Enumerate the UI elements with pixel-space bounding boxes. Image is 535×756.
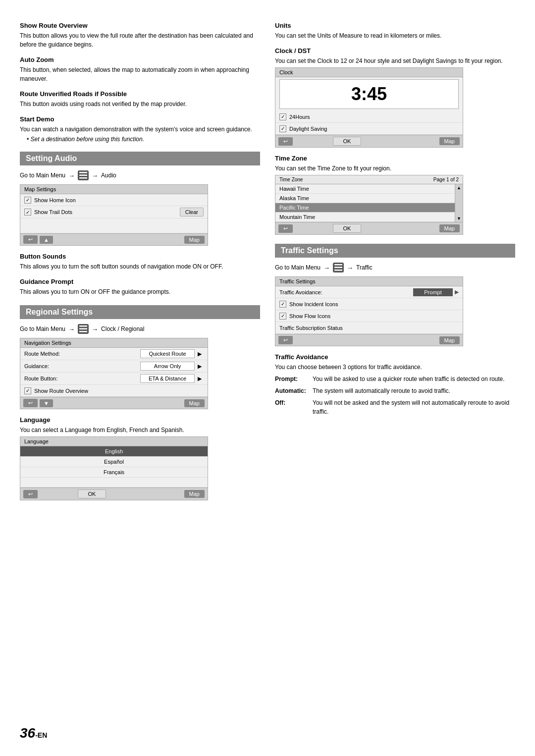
language-box-title: Language (20, 437, 208, 446)
left-column: Show Route Overview This button allows y… (20, 15, 260, 505)
route-method-arrow[interactable]: ▶ (196, 351, 204, 357)
regional-box-footer: ↩ ▼ Map (20, 397, 208, 409)
tz-scroll-down[interactable]: ▼ (457, 216, 461, 221)
ta-automatic-body: The system will automatically reroute to… (313, 386, 515, 395)
menu-icon (78, 170, 89, 180)
clock-box: Clock 3:45 ✓ 24Hours ✓ Daylight Saving ↩… (275, 67, 463, 148)
svg-rect-5 (79, 331, 87, 332)
route-button-arrow[interactable]: ▶ (196, 376, 204, 382)
time-zone-body: You can set the Time Zone to fit your re… (275, 164, 515, 173)
show-home-icon-checkbox[interactable]: ✓ (24, 197, 31, 204)
regional-down-button[interactable]: ▼ (40, 399, 53, 407)
map-settings-box: Map Settings ✓ Show Home Icon ✓ Show Tra… (20, 184, 208, 246)
show-incident-checkbox[interactable]: ✓ (279, 301, 286, 308)
language-body: You can select a Language from English, … (20, 426, 260, 434)
tz-mountain[interactable]: Mountain Time (275, 213, 455, 222)
svg-rect-4 (79, 328, 87, 330)
24hours-row: ✓ 24Hours (275, 111, 463, 123)
ta-automatic-row: Automatic: The system will automatically… (275, 386, 515, 395)
route-method-label: Route Method: (24, 351, 140, 357)
setting-audio-goto: Go to Main Menu → → Audio (20, 170, 260, 180)
show-route-overview-checkbox[interactable]: ✓ (24, 387, 31, 394)
svg-rect-1 (79, 175, 87, 176)
route-method-row: Route Method: Quickest Route ▶ (20, 348, 208, 360)
tz-scroll-up[interactable]: ▲ (457, 185, 461, 190)
tz-scrollbar[interactable]: ▲ ▼ (455, 184, 463, 222)
language-map-button[interactable]: Map (184, 490, 205, 498)
auto-zoom-body: This button, when selected, allows the m… (20, 65, 260, 83)
audio-up-button[interactable]: ▲ (40, 236, 53, 244)
ta-prompt-body: You will be asked to use a quicker route… (313, 375, 515, 383)
audio-map-button[interactable]: Map (184, 236, 205, 244)
clock-ok-button[interactable]: OK (333, 137, 362, 146)
clear-button[interactable]: Clear (180, 208, 204, 216)
tz-back-button[interactable]: ↩ (278, 224, 293, 233)
start-demo-note: Set a destination before using this func… (27, 136, 260, 143)
svg-rect-2 (79, 177, 87, 179)
guidance-arrow[interactable]: ▶ (196, 363, 204, 370)
time-zone-box: Time Zone Page 1 of 2 Hawaii Time Alaska… (275, 175, 463, 235)
show-route-overview-body: This button allows you to view the full … (20, 31, 260, 49)
language-box: Language English Español Français ↩ OK M… (20, 436, 208, 500)
regional-back-button[interactable]: ↩ (23, 399, 38, 407)
tz-pacific[interactable]: Pacific Time (275, 203, 455, 213)
ta-prompt-label: Prompt: (275, 375, 310, 383)
traffic-menu-icon (333, 263, 344, 272)
button-sounds-body: This allows you to turn the soft button … (20, 262, 260, 271)
route-button-row: Route Button: ETA & Distance ▶ (20, 373, 208, 385)
clock-display: 3:45 (279, 79, 459, 109)
ta-off-body: You will not be asked and the system wil… (313, 398, 515, 416)
time-zone-list-container: Hawaii Time Alaska Time Pacific Time Mou… (275, 184, 463, 222)
language-spacer (20, 478, 208, 487)
map-settings-title: Map Settings (20, 185, 208, 194)
traffic-avoidance-arrow[interactable]: ▶ (455, 289, 459, 295)
daylight-saving-checkbox[interactable]: ✓ (279, 125, 286, 132)
start-demo-body: You can watch a navigation demonstration… (20, 125, 260, 134)
route-unverified-title: Route Unverified Roads if Possible (20, 90, 260, 98)
guidance-row: Guidance: Arrow Only ▶ (20, 360, 208, 373)
tz-map-button[interactable]: Map (439, 224, 460, 232)
language-ok-button[interactable]: OK (78, 489, 107, 498)
show-flow-checkbox[interactable]: ✓ (279, 313, 286, 320)
route-unverified-body: This button avoids using roads not verif… (20, 100, 260, 108)
guidance-prompt-body: This allows you to turn ON or OFF the gu… (20, 287, 260, 296)
ta-off-row: Off: You will not be asked and the syste… (275, 398, 515, 416)
traffic-avoidance-row: Traffic Avoidance: Prompt ▶ (275, 286, 463, 298)
show-flow-row: ✓ Show Flow Icons (275, 310, 463, 322)
ta-prompt-row: Prompt: You will be asked to use a quick… (275, 375, 515, 383)
traffic-back-button[interactable]: ↩ (278, 336, 293, 344)
show-trail-dots-checkbox[interactable]: ✓ (24, 209, 31, 216)
clock-back-button[interactable]: ↩ (278, 137, 293, 146)
show-route-overview-row-label: Show Route Overview (34, 388, 204, 394)
tz-alaska[interactable]: Alaska Time (275, 194, 455, 203)
units-title: Units (275, 22, 515, 29)
language-option-english[interactable]: English (20, 446, 208, 457)
24hours-label: 24Hours (289, 114, 310, 120)
24hours-checkbox[interactable]: ✓ (279, 113, 286, 120)
traffic-avoidance-value: Prompt (413, 288, 453, 296)
tz-hawaii[interactable]: Hawaii Time (275, 184, 455, 194)
auto-zoom-title: Auto Zoom (20, 56, 260, 63)
audio-box-footer: ↩ ▲ Map (20, 233, 208, 245)
units-body: You can set the Units of Measure to read… (275, 31, 515, 40)
language-option-francais[interactable]: Français (20, 467, 208, 478)
button-sounds-title: Button Sounds (20, 253, 260, 260)
regional-map-button[interactable]: Map (184, 399, 205, 407)
language-back-button[interactable]: ↩ (23, 490, 38, 498)
audio-back-button[interactable]: ↩ (23, 235, 38, 244)
language-option-espanol[interactable]: Español (20, 457, 208, 467)
language-title: Language (20, 416, 260, 424)
clock-map-button[interactable]: Map (439, 137, 460, 145)
tz-ok-button[interactable]: OK (333, 224, 362, 233)
ta-off-label: Off: (275, 398, 310, 416)
clock-dst-title: Clock / DST (275, 47, 515, 54)
show-flow-label: Show Flow Icons (289, 313, 330, 319)
svg-rect-8 (334, 270, 342, 271)
svg-rect-7 (334, 267, 342, 269)
show-trail-dots-label: Show Trail Dots (34, 209, 180, 215)
start-demo-title: Start Demo (20, 115, 260, 123)
traffic-box-footer: ↩ Map (275, 334, 463, 346)
show-home-icon-row: ✓ Show Home Icon (20, 194, 208, 206)
time-zone-box-title: Time Zone (279, 177, 303, 182)
traffic-map-button[interactable]: Map (439, 336, 460, 344)
